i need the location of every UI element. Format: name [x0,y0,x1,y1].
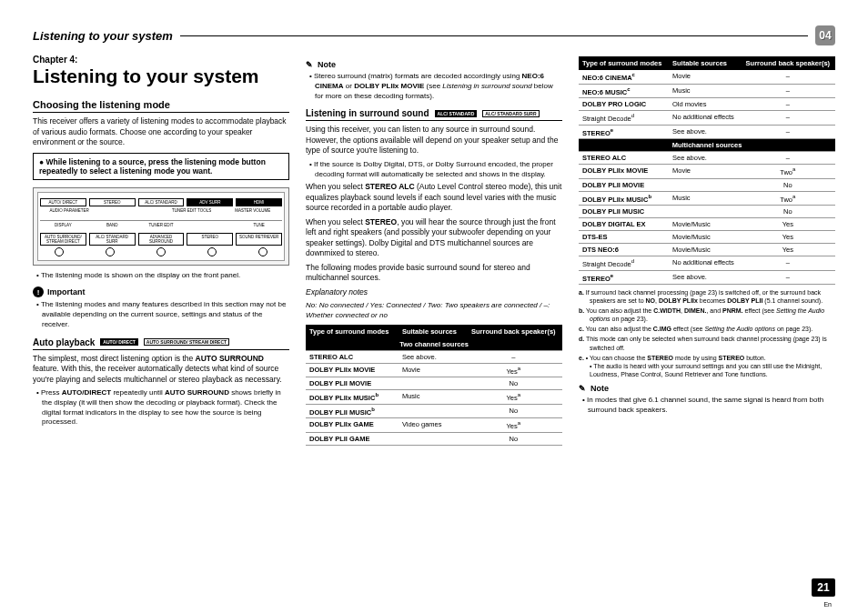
cell-source: See above. [399,350,465,363]
cell-mode: DOLBY PLIIx MOVIE [579,165,669,179]
cell-source: Movie/Music [669,244,741,256]
cell-back: Yesa [465,363,562,377]
table-row: DOLBY PLIIx GAMEVideo gamesYesa [306,418,562,433]
note-label-2: Note [590,384,609,393]
header-title: Listening to your system [33,29,173,43]
section-surround-sound: Listening in surround sound ALC/ STANDAR… [306,108,562,121]
cell-mode: DOLBY PLIIx MUSICb [579,191,669,206]
lbl-blank1 [101,208,159,213]
cell-source: Movie [399,363,465,377]
cell-back: – [741,152,835,165]
th-back: Surround back speaker(s) [465,325,562,338]
cell-back: Yesa [465,418,562,433]
lbl-tune: TUNE [236,223,282,227]
header-rule [180,35,808,36]
cell-back: Yes [741,244,835,256]
cell-source [399,404,465,418]
cell-back: Twoa [741,191,835,206]
surround-p4: The following modes provide basic surrou… [306,263,562,284]
important-heading: ! Important [33,286,289,297]
cell-source: No additional effects [669,256,741,271]
lbl-audio-param: AUDIO PARAMETER [40,208,98,213]
cell-mode: DOLBY PLIIx MOVIE [306,363,399,377]
cell-mode: DOLBY PLII MUSIC [579,206,669,218]
cell-back: – [741,84,835,98]
lbl-tuner-tools: TUNER EDIT TOOLS [163,208,221,213]
btn-alc-inline: ALC/ STANDARD [435,110,478,117]
cell-mode: NEO:6 CINEMAc [579,70,669,84]
section-choosing-mode: Choosing the listening mode [33,99,289,113]
btn-alc-surr-inline: ALC/ STANDARD SURR [482,110,539,117]
btn-auto-surround: AUTO SURROUND/ STREAM DIRECT [40,233,86,246]
section-multichannel: Multichannel sources [579,139,835,152]
table-row: Straight DecodedNo additional effects– [579,256,835,271]
column-1: Chapter 4: Listening to your system Choo… [33,55,289,446]
th-source: Suitable sources [399,325,465,338]
cell-source: Music [669,84,741,98]
btn-auto-surround-inline: AUTO SURROUND/ STREAM DIRECT [144,338,229,346]
cell-source [669,178,741,191]
table-row: STEREOeSee above.– [579,270,835,285]
cell-back: – [465,350,562,363]
cell-mode: DOLBY DIGITAL EX [579,218,669,231]
surround-p1: Using this receiver, you can listen to a… [306,125,562,156]
note-display: The listening mode is shown on the displ… [42,271,289,281]
chapter-badge: 04 [815,25,835,45]
table-row: DOLBY PLIIx MOVIEMovieTwoa [579,165,835,179]
auto-playback-label: Auto playback [33,337,95,347]
btn-stereo: STEREO [89,198,136,206]
lbl-blank2 [187,223,233,227]
cell-mode: DOLBY PLII MOVIE [579,178,669,191]
cell-source [669,206,741,218]
cell-source: Movie/Music [669,231,741,244]
explanatory-h: Explanatory notes [306,287,562,297]
page-lang: En [823,601,832,608]
table-row: STEREO ALCSee above.– [579,152,835,165]
table-row: STEREO ALCSee above.– [306,350,562,363]
cell-mode: DTS-ES [579,231,669,244]
knob-icon [55,247,64,256]
note-heading: Note [306,60,562,69]
cell-back: No [741,178,835,191]
column-2: Note Stereo surround (matrix) formats ar… [306,55,562,446]
multichannel-label: Multichannel sources [579,139,835,152]
surround-p2: When you select STEREO ALC (Auto Level C… [306,182,562,213]
cell-source: See above. [669,152,741,165]
footnote-a: a. If surround back channel processing (… [590,288,835,305]
btn-adv-surr: ADV SURR [187,198,233,206]
cell-source: Movie [669,165,741,179]
table-row: DTS-ESMovie/MusicYes [579,231,835,244]
cell-back: – [741,270,835,285]
cell-mode: STEREOe [579,125,669,139]
cell-source [399,432,465,445]
auto-playback-note: Press AUTO/DIRECT repeatedly until AUTO … [42,388,289,427]
cell-back: – [741,98,835,111]
instruction-text: While listening to a source, press the l… [39,157,266,176]
th-back: Surround back speaker(s) [741,56,835,70]
instruction-box: While listening to a source, press the l… [33,153,289,180]
cell-mode: DOLBY PRO LOGIC [579,98,669,111]
table-row: DOLBY PLIIx MUSICbMusicTwoa [579,191,835,206]
cell-source: Music [669,191,741,206]
btn-adv-surround: ADVANCED SURROUND [138,233,185,246]
cell-back: No [465,404,562,418]
table-row: DOLBY DIGITAL EXMovie/MusicYes [579,218,835,231]
btn-alc-standard: ALC/ STANDARD [138,198,185,206]
cell-back: – [741,125,835,139]
surround-sound-label: Listening in surround sound [306,108,429,118]
cell-source: See above. [669,125,741,139]
important-text: The listening modes and many features de… [42,300,289,329]
table-row: DOLBY PLII MOVIENo [579,178,835,191]
th-mode: Type of surround modes [306,325,399,338]
cell-back: Yes [741,218,835,231]
content-columns: Chapter 4: Listening to your system Choo… [33,55,835,446]
note-label: Note [318,60,336,69]
cell-mode: DOLBY PLIIx GAME [306,418,399,433]
cell-back: – [741,256,835,271]
lbl-master-vol: MASTER VOLUME [224,208,282,213]
cell-source: See above. [669,270,741,285]
cell-source: Old movies [669,98,741,111]
table-row: DOLBY PLII MUSICNo [579,206,835,218]
cell-source [399,377,465,390]
cell-mode: DOLBY PLII MUSICb [306,404,399,418]
